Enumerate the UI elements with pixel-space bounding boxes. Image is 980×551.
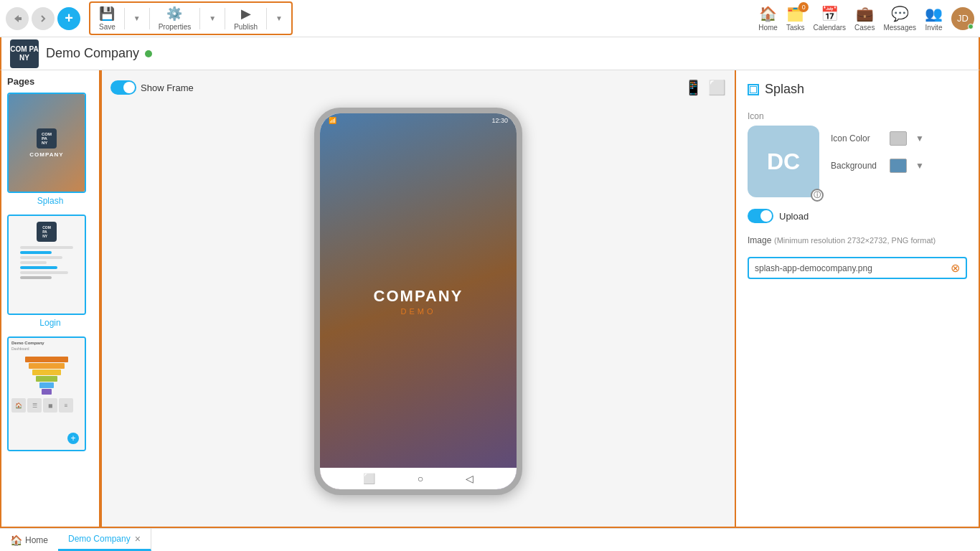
phone-circle-btn: ○ — [418, 473, 423, 484]
online-status — [968, 24, 974, 29]
main-toolbar: + 💾 Save ▼ ⚙️ Properties ▼ ▶ Publish — [0, 0, 980, 37]
toolbar-right: 🏠 Home 🗂️ 0 Tasks 📅 Calendars 💼 Cases 💬 … — [758, 5, 974, 32]
upload-toggle-row: Upload — [748, 209, 967, 223]
panel-title: Splash — [765, 82, 804, 97]
nav-tasks[interactable]: 🗂️ 0 Tasks — [786, 5, 805, 32]
page-item-home[interactable]: Demo Company Dashboard 🏠 — [7, 336, 93, 451]
toggle-control[interactable] — [110, 80, 136, 95]
add-button[interactable]: + — [57, 7, 80, 30]
background-color-dropdown[interactable]: ▼ — [915, 161, 924, 171]
publish-icon: ▶ — [241, 6, 251, 22]
icon-color-label: Icon Color — [831, 133, 881, 143]
image-label: Image — [748, 235, 771, 245]
dash-add-btn[interactable]: + — [67, 433, 79, 444]
nav-invite[interactable]: 👥 Invite — [925, 5, 943, 32]
sep3 — [199, 8, 200, 29]
pages-sidebar: Pages COMPANY COMPANY Splash COMPANY — [0, 70, 100, 528]
app-title: Demo Company — [46, 46, 139, 61]
sep4 — [225, 8, 225, 29]
phone-mockup: 📶 12:30 COMPANY DEMO ⬜ ○ ◁ — [314, 108, 522, 495]
file-input-row: splash-app-democompany.png ⊗ — [748, 257, 967, 279]
page-label-login: Login — [7, 318, 93, 328]
back-button[interactable] — [6, 7, 29, 30]
forward-button[interactable] — [32, 7, 55, 30]
background-color-swatch[interactable] — [890, 159, 907, 173]
home-icon: 🏠 — [759, 5, 777, 22]
nav-messages[interactable]: 💬 Messages — [883, 5, 916, 32]
publish-dropdown[interactable]: ▼ — [270, 13, 288, 24]
footer-tabs: 🏠 Home Demo Company × — [0, 528, 980, 551]
dash-sub: Dashboard — [11, 347, 82, 351]
icon-section: Icon DC ⓘ Icon Color ▼ Background ▼ — [748, 111, 967, 197]
page-thumb-login[interactable]: COMPANY — [7, 215, 86, 315]
nav-calendars[interactable]: 📅 Calendars — [813, 5, 846, 32]
page-thumb-home[interactable]: Demo Company Dashboard 🏠 — [7, 336, 86, 451]
svg-rect-0 — [750, 86, 757, 93]
sep1 — [124, 8, 125, 29]
dash-icons-row: 🏠 ☰ ◼ ≡ — [11, 398, 82, 413]
upload-toggle[interactable] — [748, 209, 773, 223]
home-preview: Demo Company Dashboard 🏠 — [9, 338, 85, 450]
sep5 — [266, 8, 267, 29]
upload-label: Upload — [779, 211, 809, 222]
publish-button[interactable]: ▶ Publish — [228, 4, 263, 32]
image-label-row: Image (Minimum resolution 2732×2732, PNG… — [748, 235, 967, 245]
main-layout: Pages COMPANY COMPANY Splash COMPANY — [0, 70, 980, 528]
clear-file-button[interactable]: ⊗ — [951, 261, 960, 275]
phone-company-text: COMPANY DEMO — [374, 287, 463, 316]
icon-color-row: Icon Color ▼ — [831, 131, 924, 146]
dash-header: Demo Company — [11, 341, 82, 345]
save-button[interactable]: 💾 Save — [93, 4, 121, 32]
status-time: 12:30 — [491, 117, 508, 124]
login-lines — [20, 246, 73, 281]
login-logo: COMPANY — [37, 222, 57, 242]
panel-checkbox[interactable] — [748, 84, 759, 95]
nav-home[interactable]: 🏠 Home — [758, 5, 778, 32]
pages-title: Pages — [7, 76, 93, 87]
dash-icon-1: 🏠 — [11, 398, 26, 413]
panel-title-row: Splash — [748, 82, 967, 97]
footer-home-tab[interactable]: 🏠 Home — [0, 534, 58, 546]
icon-color-swatch[interactable] — [890, 131, 907, 146]
properties-button[interactable]: ⚙️ Properties — [153, 4, 197, 32]
tablet-icon[interactable]: ⬜ — [708, 79, 726, 96]
sep2 — [149, 8, 150, 29]
background-row: Background ▼ — [831, 159, 924, 173]
right-panel: Splash Icon DC ⓘ Icon Color ▼ Background — [736, 70, 980, 528]
app-header: COM PA NY Demo Company — [0, 37, 980, 70]
splash-preview: COMPANY COMPANY — [9, 94, 85, 192]
icon-color-dropdown[interactable]: ▼ — [915, 133, 924, 143]
save-icon: 💾 — [99, 6, 115, 22]
save-dropdown[interactable]: ▼ — [128, 13, 146, 24]
page-item-login[interactable]: COMPANY Login — [7, 215, 93, 328]
funnel — [25, 357, 68, 395]
close-tab-button[interactable]: × — [135, 533, 141, 545]
dash-chart — [11, 352, 82, 395]
toggle-knob — [123, 82, 135, 93]
dash-icon-2: ☰ — [27, 398, 42, 413]
splash-logo: COMPANY — [37, 128, 57, 149]
icon-row: DC ⓘ Icon Color ▼ Background ▼ — [748, 126, 967, 197]
action-group: 💾 Save ▼ ⚙️ Properties ▼ ▶ Publish — [89, 1, 293, 35]
info-badge: ⓘ — [811, 189, 824, 202]
background-label: Background — [831, 161, 881, 171]
phone-back-btn: ◁ — [466, 473, 473, 484]
show-frame-toggle[interactable]: Show Frame — [110, 80, 194, 95]
dash-icon-3: ◼ — [43, 398, 57, 413]
page-thumb-splash[interactable]: COMPANY COMPANY — [7, 93, 86, 193]
file-name: splash-app-democompany.png — [755, 263, 951, 273]
home-tab-icon: 🏠 — [10, 534, 22, 546]
page-item-splash[interactable]: COMPANY COMPANY Splash — [7, 93, 93, 206]
show-frame-label: Show Frame — [141, 83, 194, 93]
footer-demo-tab[interactable]: Demo Company × — [58, 529, 151, 551]
canvas-toolbar: Show Frame 📱 ⬜ — [110, 79, 726, 96]
device-icons: 📱 ⬜ — [684, 79, 726, 96]
icon-label: Icon — [748, 111, 967, 121]
properties-dropdown[interactable]: ▼ — [203, 13, 222, 24]
cases-icon: 💼 — [856, 5, 874, 22]
dash-icon-4: ≡ — [59, 398, 73, 413]
nav-cases[interactable]: 💼 Cases — [854, 5, 875, 32]
mobile-icon[interactable]: 📱 — [684, 79, 702, 96]
user-avatar[interactable]: JD — [951, 7, 974, 30]
toolbar-left: + 💾 Save ▼ ⚙️ Properties ▼ ▶ Publish — [6, 1, 293, 35]
